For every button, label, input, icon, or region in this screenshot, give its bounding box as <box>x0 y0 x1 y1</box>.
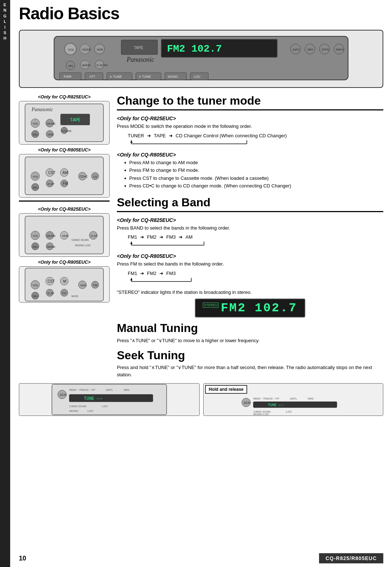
svg-text:MODE: MODE <box>47 122 56 125</box>
panel-label-r805-top: <Only for CQ-R805EUC> <box>19 147 110 153</box>
bottom-panel-2: Hold and release SCN REW←TRACK→FF 1MTL N… <box>203 383 383 416</box>
svg-text:TUNE ←→: TUNE ←→ <box>84 396 102 401</box>
lang-letter-i: I <box>4 25 6 30</box>
svg-text:MOD: MOD <box>72 295 78 298</box>
svg-text:BAND: BAND <box>82 64 90 67</box>
bottom-panel-2-wrap: Hold and release SCN REW←TRACK→FF 1MTL N… <box>203 383 383 416</box>
svg-text:FM: FM <box>63 182 68 186</box>
stereo-note: "STEREO" indicator lights if the station… <box>117 289 383 296</box>
tuner-flow-row: TUNER ➜ TAPE ➜ CD Changer Control (When … <box>128 133 287 138</box>
svg-text:MONO LOC: MONO LOC <box>75 244 91 247</box>
two-col-layout: <Only for CQ-R825EUC> Panasonic VOL SEL … <box>19 94 383 380</box>
svg-text:M: M <box>63 279 66 283</box>
svg-marker-113 <box>130 278 132 280</box>
svg-text:D.SP: D.SP <box>48 292 54 295</box>
panel-r805-bot: VOL SEL CST M D.SP CC SAN FM MOD <box>19 266 110 303</box>
svg-text:FM: FM <box>93 284 98 287</box>
svg-text:REW←TRACK→FF: REW←TRACK→FF <box>69 388 95 392</box>
right-column: Change to the tuner mode <Only for CQ-R8… <box>117 94 383 380</box>
tuner-return-arrow-svg <box>128 138 251 145</box>
svg-text:HDB: HDB <box>97 48 103 51</box>
tuner-item-tuner: TUNER <box>128 133 144 138</box>
svg-text:LOC: LOC <box>87 409 94 413</box>
band-fm3-825: FM3 <box>166 234 176 240</box>
svg-text:TUNE ←→: TUNE ←→ <box>268 403 283 407</box>
svg-text:VOL: VOL <box>33 122 39 125</box>
panel-label-r805-bot: <Only for CQ-R805EUC> <box>19 260 110 265</box>
section-heading-manual: Manual Tuning <box>117 322 383 335</box>
model-badge: CQ-R825/R805EUC <box>319 553 383 563</box>
lang-letter-l: L <box>4 19 7 24</box>
hold-release-label: Hold and release <box>205 385 247 394</box>
svg-text:VOL: VOL <box>33 284 39 287</box>
band-flow-825-wrap: FM1 ➜ FM2 ➜ FM3 ➜ AM <box>128 234 208 247</box>
section-divider-2 <box>117 211 383 212</box>
language-sidebar: E N G L I S H <box>0 0 10 567</box>
band-arrow-805-1: ➜ <box>140 271 144 276</box>
band-arrow-825-2: ➜ <box>159 234 163 240</box>
lang-letter-s: S <box>4 30 7 36</box>
svg-text:VOL: VOL <box>33 175 39 178</box>
band-flow-825: FM1 ➜ FM2 ➜ FM3 ➜ AM <box>128 234 208 240</box>
fm-display-text: FM2 102.7 <box>221 301 297 315</box>
svg-rect-120 <box>69 394 153 402</box>
svg-text:ATT: ATT <box>89 75 95 78</box>
band-am-825: AM <box>185 234 193 240</box>
svg-text:HDB: HDB <box>62 234 68 238</box>
svg-text:VOL: VOL <box>68 48 74 52</box>
band-r805-body: Press FM to select the bands in the foll… <box>117 260 383 268</box>
band-805-return-svg <box>128 276 195 283</box>
bottom-panel-1: SCN REW←TRACK→FF 1MTL NR2 TUNE ←→ CAND S… <box>19 383 200 416</box>
svg-text:TAPE: TAPE <box>134 46 143 50</box>
page-number: 10 <box>19 555 26 562</box>
section-divider-1 <box>117 109 383 110</box>
band-arrow-825-3: ➜ <box>179 234 183 240</box>
svg-text:3TPS: 3TPS <box>322 48 329 51</box>
svg-text:SCN: SCN <box>244 401 250 405</box>
section-heading-tuner: Change to the tuner mode <box>117 94 383 107</box>
bullet-cst: Press CST to change to Cassette mode. (W… <box>124 175 383 182</box>
radio-image: FM2 102.7 VOL SEL MODE BAND HDB D.SCAN 1… <box>19 30 383 88</box>
svg-text:1MTL: 1MTL <box>293 48 300 51</box>
sub-heading-r805-band: <Only for CQ-R805EUC> <box>117 253 383 259</box>
svg-text:MODE: MODE <box>47 234 56 238</box>
band-825-return-svg <box>128 240 208 246</box>
tuner-arrow-1: ➜ <box>147 133 151 138</box>
svg-text:LOC: LOC <box>102 405 108 408</box>
manual-tuning-body: Press "∧TUNE" or "∨TUNE" to move to a hi… <box>117 337 383 344</box>
svg-text:∨ TUNE: ∨ TUNE <box>139 75 151 78</box>
svg-text:SEL: SEL <box>33 245 38 248</box>
panel-r805-top-svg: VOL SEL CST AM D.SP FM CD•C Cd <box>24 156 104 195</box>
tuner-item-cd: CD Changer Control (When connecting CD C… <box>176 133 287 138</box>
svg-text:∧ TUNE: ∧ TUNE <box>110 75 122 78</box>
bullet-am: Press AM to change to AM mode <box>124 159 383 166</box>
lang-letter-g: G <box>3 13 7 19</box>
svg-text:CST: CST <box>48 279 55 283</box>
svg-text:CST: CST <box>48 171 56 175</box>
svg-text:NR2: NR2 <box>124 388 130 392</box>
tuner-item-tape: TAPE <box>154 133 166 138</box>
stereo-badge: STEREO <box>203 303 219 308</box>
bullet-fm: Press FM to change to FM mode. <box>124 167 383 174</box>
svg-text:BAND: BAND <box>47 245 55 248</box>
band-fm2-825: FM2 <box>147 234 156 240</box>
bottom-panel-2-svg: SCN REW←TRACK→FF 1MTL NR2 TUNE ←→ CAND S… <box>204 395 383 415</box>
radio-illustration: FM2 102.7 VOL SEL MODE BAND HDB D.SCAN 1… <box>20 31 383 87</box>
svg-text:PWR: PWR <box>64 75 72 78</box>
tuner-r805-bullets: Press AM to change to AM mode Press FM t… <box>124 159 383 190</box>
band-fm3-805: FM3 <box>166 271 176 276</box>
svg-text:MODE: MODE <box>82 48 91 51</box>
lang-letter-h: H <box>4 36 7 41</box>
svg-text:SAN: SAN <box>80 284 86 287</box>
band-fm1-805: FM1 <box>128 271 137 276</box>
bottom-panel-1-svg: SCN REW←TRACK→FF 1MTL NR2 TUNE ←→ CAND S… <box>19 384 199 416</box>
svg-text:REW←TRACK→FF: REW←TRACK→FF <box>253 397 279 400</box>
svg-text:LOC: LOC <box>286 410 292 413</box>
svg-marker-109 <box>130 242 132 244</box>
sub-heading-r825-band: <Only for CQ-R825EUC> <box>117 217 383 223</box>
band-flow-805: FM1 ➜ FM2 ➜ FM3 <box>128 271 195 276</box>
band-fm1-825: FM1 <box>128 234 137 240</box>
svg-text:CD•C: CD•C <box>79 175 88 178</box>
svg-text:CC: CC <box>62 291 67 295</box>
svg-text:1MTL: 1MTL <box>290 397 297 400</box>
